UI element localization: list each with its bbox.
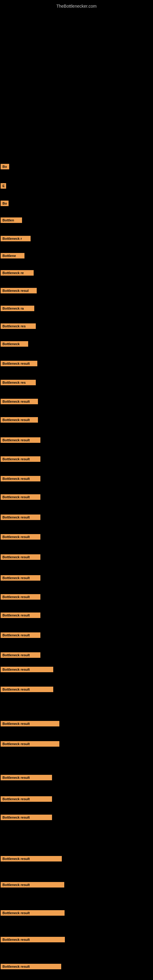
list-item: Bottleneck result	[1, 612, 40, 619]
list-item: Bottleneck result	[1, 456, 40, 463]
bottleneck-result-badge[interactable]: Bottleneck result	[1, 815, 52, 820]
bottleneck-result-badge[interactable]: Bottleneck result	[1, 554, 40, 560]
list-item: Bottleneck result	[1, 399, 38, 406]
bottleneck-result-badge[interactable]: Bottleneck result	[1, 632, 40, 638]
bottleneck-result-badge[interactable]: Bottleneck result	[1, 652, 40, 658]
list-item: Bottleneck result	[1, 361, 37, 368]
list-item: Bottleneck result	[1, 438, 40, 444]
list-item: Bottleneck result	[1, 417, 38, 424]
list-item: Bottlen	[1, 218, 22, 224]
bottleneck-result-badge[interactable]: Bo	[1, 164, 9, 169]
bottleneck-result-badge[interactable]: Bottleneck result	[1, 910, 65, 916]
bottleneck-result-badge[interactable]: Bottleneck result	[1, 361, 37, 366]
bottleneck-result-badge[interactable]: Bottlene	[1, 253, 24, 258]
bottleneck-result-badge[interactable]: Bottleneck result	[1, 796, 52, 802]
list-item: Bottleneck result	[1, 910, 65, 917]
list-item: Bottleneck result	[1, 575, 40, 582]
list-item: Bo	[1, 164, 9, 170]
list-item: Bottleneck resul	[1, 288, 37, 294]
list-item: Bottleneck result	[1, 534, 40, 541]
bottleneck-result-badge[interactable]: Bottleneck result	[1, 882, 64, 888]
list-item: Bottleneck result	[1, 514, 40, 521]
list-item: Bottleneck result	[1, 882, 64, 889]
list-item: Bottleneck result	[1, 594, 40, 601]
bottleneck-result-badge[interactable]: Bottleneck result	[1, 687, 53, 692]
bottleneck-result-badge[interactable]: Bottleneck result	[1, 775, 52, 780]
list-item: Bottleneck re	[1, 270, 33, 277]
bottleneck-result-badge[interactable]: Bottleneck resul	[1, 288, 37, 293]
list-item: Bottleneck result	[1, 494, 40, 501]
list-item: Bottleneck ra	[1, 305, 34, 312]
list-item: Bottleneck result	[1, 796, 52, 803]
bottleneck-result-badge[interactable]: Bottleneck result	[1, 964, 61, 969]
bottleneck-result-badge[interactable]: Bottleneck result	[1, 514, 40, 520]
list-item: Bottleneck result	[1, 476, 40, 483]
list-item: Bottleneck result	[1, 687, 53, 694]
list-item: Bottleneck result	[1, 815, 52, 821]
list-item: Bottleneck result	[1, 652, 40, 659]
bottleneck-result-badge[interactable]: Bottleneck r	[1, 236, 30, 241]
bottleneck-result-badge[interactable]: Bottleneck	[1, 341, 28, 347]
list-item: Bottleneck r	[1, 236, 30, 243]
bottleneck-result-badge[interactable]: Bottlen	[1, 218, 22, 223]
bottleneck-result-badge[interactable]: Bottleneck res	[1, 323, 36, 329]
list-item: Bottleneck	[1, 341, 28, 348]
bottleneck-result-badge[interactable]: Bottleneck result	[1, 612, 40, 618]
list-item: Bottleneck result	[1, 937, 65, 943]
bottleneck-result-badge[interactable]: Bottleneck re	[1, 270, 33, 275]
bottleneck-result-badge[interactable]: E	[1, 183, 6, 189]
bottleneck-result-badge[interactable]: Bottleneck result	[1, 534, 40, 539]
bottleneck-result-badge[interactable]: Bottleneck result	[1, 575, 40, 581]
bottleneck-result-badge[interactable]: Bottleneck result	[1, 399, 38, 404]
bottleneck-result-badge[interactable]: Bottleneck result	[1, 456, 40, 462]
bottleneck-result-badge[interactable]: Bottleneck result	[1, 667, 53, 672]
bottleneck-result-badge[interactable]: Bo	[1, 200, 9, 206]
list-item: Bottleneck result	[1, 554, 40, 561]
bottleneck-result-badge[interactable]: Bottleneck result	[1, 494, 40, 500]
list-item: Bottleneck res	[1, 323, 36, 330]
list-item: Bottlene	[1, 253, 24, 260]
bottleneck-result-badge[interactable]: Bottleneck result	[1, 438, 40, 443]
list-item: Bottleneck result	[1, 964, 61, 970]
site-title: TheBottlenecker.com	[0, 1, 153, 11]
list-item: Bottleneck result	[1, 721, 59, 728]
bottleneck-result-badge[interactable]: Bottleneck result	[1, 741, 59, 747]
bottleneck-result-badge[interactable]: Bottleneck result	[1, 937, 65, 942]
bottleneck-result-badge[interactable]: Bottleneck result	[1, 417, 38, 423]
bottleneck-result-badge[interactable]: Bottleneck ra	[1, 305, 34, 311]
bottleneck-result-badge[interactable]: Bottleneck result	[1, 856, 62, 861]
list-item: Bottleneck res	[1, 380, 36, 387]
list-item: E	[1, 183, 6, 190]
list-item: Bottleneck result	[1, 632, 40, 639]
list-item: Bottleneck result	[1, 775, 52, 781]
list-item: Bottleneck result	[1, 667, 53, 673]
bottleneck-result-badge[interactable]: Bottleneck result	[1, 594, 40, 600]
bottleneck-result-badge[interactable]: Bottleneck res	[1, 380, 36, 385]
bottleneck-result-badge[interactable]: Bottleneck result	[1, 476, 40, 481]
list-item: Bottleneck result	[1, 741, 59, 748]
bottleneck-result-badge[interactable]: Bottleneck result	[1, 721, 59, 726]
list-item: Bo	[1, 200, 9, 207]
list-item: Bottleneck result	[1, 856, 62, 863]
